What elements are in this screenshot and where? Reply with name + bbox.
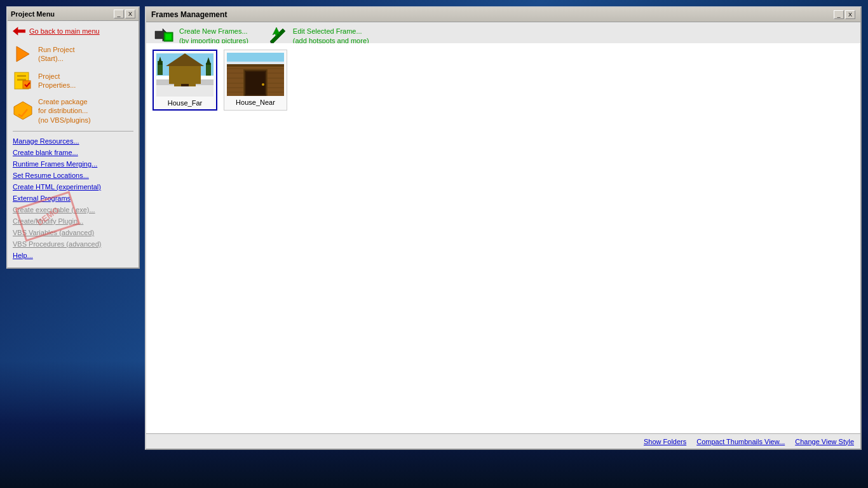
run-project-text: Run Project (Start)... [38, 45, 74, 64]
create-executable-link: Create executable (.exe)... [13, 205, 133, 214]
svg-marker-18 [170, 61, 200, 71]
help-link[interactable]: Help... [13, 251, 133, 260]
run-project-icon [13, 44, 33, 64]
titlebar-buttons: _ X [114, 10, 135, 18]
menu-divider-1 [13, 131, 133, 132]
back-to-main-link[interactable]: Go back to main menu [13, 26, 133, 36]
svg-rect-21 [189, 74, 194, 78]
frames-management-window: Frames Management _ X Create New Frames.… [145, 6, 862, 450]
house-far-svg [156, 53, 214, 97]
svg-rect-39 [227, 62, 284, 64]
create-package-icon [13, 100, 33, 121]
frames-titlebar-buttons: _ X [834, 10, 855, 19]
frames-statusbar: Show Folders Compact Thumbnails View... … [146, 433, 860, 449]
svg-point-37 [262, 83, 264, 86]
frames-close-button[interactable]: X [845, 10, 855, 19]
frame-thumb-house-near[interactable]: House_Near [224, 50, 287, 111]
set-resume-locations-link[interactable]: Set Resume Locations... [13, 171, 133, 180]
svg-marker-6 [14, 102, 32, 119]
svg-marker-1 [17, 46, 29, 62]
manage-resources-link[interactable]: Manage Resources... [13, 137, 133, 146]
frame-thumb-house-far[interactable]: House_Far [153, 50, 217, 111]
svg-rect-33 [246, 72, 265, 95]
project-properties-icon [13, 71, 33, 91]
svg-rect-13 [156, 53, 214, 76]
create-blank-frame-link[interactable]: Create blank frame... [13, 148, 133, 157]
svg-marker-0 [13, 27, 25, 35]
vbs-procedures-link: VBS Procedures (advanced) [13, 240, 133, 248]
house-near-label: House_Near [236, 98, 275, 106]
project-menu-title: Project Menu [11, 10, 55, 18]
create-package-text: Create package for distribution... (no V… [38, 97, 91, 125]
create-html-link[interactable]: Create HTML (experimental) [13, 182, 133, 191]
house-far-image [156, 53, 214, 97]
project-properties-text: Project Properties... [38, 72, 76, 90]
frames-titlebar: Frames Management _ X [146, 8, 860, 22]
project-properties-action[interactable]: Project Properties... [13, 71, 133, 91]
back-link-text: Go back to main menu [29, 27, 100, 35]
runtime-frames-merging-link[interactable]: Runtime Frames Merging... [13, 159, 133, 168]
show-folders-link[interactable]: Show Folders [644, 438, 686, 445]
compact-thumbnails-link[interactable]: Compact Thumbnails View... [696, 438, 785, 445]
frames-content: House_Far [146, 43, 860, 433]
create-package-action[interactable]: Create package for distribution... (no V… [13, 97, 133, 125]
svg-rect-3 [17, 75, 26, 77]
project-menu-titlebar: Project Menu _ X [8, 8, 139, 21]
frames-title: Frames Management [151, 10, 227, 19]
watermark-area: Create executable (.exe)... Create/Modif… [13, 205, 133, 248]
back-arrow-icon [13, 26, 25, 36]
run-project-action[interactable]: Run Project (Start)... [13, 44, 133, 64]
change-view-style-link[interactable]: Change View Style [795, 438, 854, 445]
svg-rect-20 [175, 74, 180, 78]
house-far-label: House_Far [168, 99, 202, 107]
svg-rect-9 [165, 34, 172, 40]
svg-rect-36 [266, 69, 268, 96]
svg-rect-35 [243, 69, 245, 96]
svg-rect-19 [181, 79, 189, 86]
svg-rect-34 [243, 69, 268, 71]
thumbnails-area: House_Far [153, 50, 854, 111]
external-programs-link[interactable]: External Programs [13, 194, 133, 203]
project-menu-minimize-button[interactable]: _ [114, 10, 124, 18]
svg-rect-16 [156, 85, 214, 97]
house-near-svg [227, 53, 284, 96]
project-menu-close-button[interactable]: X [125, 10, 135, 18]
project-menu-panel: Project Menu _ X Go back to main menu Ru… [6, 6, 140, 269]
menu-content: Go back to main menu Run Project (Start)… [8, 21, 139, 268]
create-modify-plugin-link: Create/Modify Plugin... [13, 217, 133, 226]
vbs-variables-link: VBS Variables (advanced) [13, 228, 133, 237]
house-near-image [227, 53, 284, 96]
frames-minimize-button[interactable]: _ [834, 10, 844, 19]
